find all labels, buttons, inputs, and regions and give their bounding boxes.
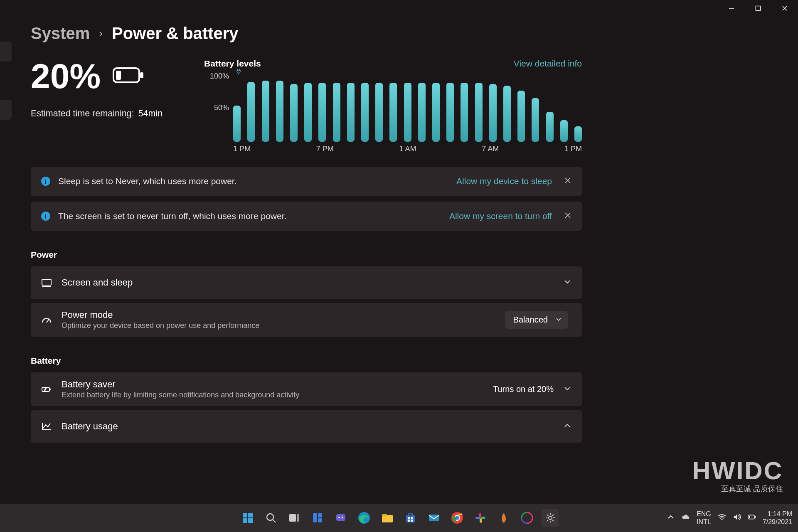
settings-app[interactable] — [542, 509, 559, 527]
taskview-button[interactable] — [286, 509, 303, 527]
svg-point-34 — [342, 517, 343, 518]
widgets-button[interactable] — [309, 509, 326, 527]
svg-rect-17 — [42, 279, 51, 285]
info-icon — [41, 211, 51, 221]
svg-rect-57 — [749, 516, 750, 518]
chart-x-axis: 1 PM7 PM1 AM7 AM1 PM — [233, 145, 582, 153]
svg-rect-51 — [475, 517, 480, 519]
svg-rect-30 — [318, 513, 322, 517]
start-button[interactable] — [239, 509, 256, 527]
close-button[interactable] — [771, 0, 798, 17]
sleep-info-banner: Sleep is set to Never, which uses more p… — [31, 167, 582, 196]
chrome-app[interactable] — [448, 509, 466, 527]
svg-rect-9 — [45, 179, 46, 180]
chart-bar — [461, 83, 468, 142]
row-title: Battery usage — [62, 421, 563, 432]
row-title: Battery saver — [62, 379, 493, 390]
chart-tick: 1 PM — [233, 145, 251, 153]
maximize-button[interactable] — [745, 0, 771, 17]
svg-rect-14 — [45, 214, 46, 214]
power-mode-dropdown[interactable]: Balanced — [505, 311, 568, 329]
svg-point-54 — [721, 519, 722, 520]
chevron-down-icon — [555, 316, 562, 324]
file-explorer-app[interactable] — [379, 509, 396, 527]
chart-bar — [290, 84, 298, 142]
svg-rect-20 — [50, 389, 51, 390]
screen-and-sleep-row[interactable]: Screen and sleep — [31, 266, 582, 299]
svg-rect-21 — [243, 513, 247, 517]
mail-app[interactable] — [425, 509, 443, 527]
edge-app[interactable] — [355, 509, 373, 527]
slack-app[interactable] — [472, 509, 489, 527]
chart-bar — [574, 126, 582, 142]
svg-point-25 — [267, 514, 273, 520]
chevron-down-icon — [563, 384, 572, 395]
watermark: HWIDC 至真至诚 品质保住 — [692, 460, 783, 494]
svg-rect-42 — [408, 520, 410, 522]
chart-bar — [503, 86, 511, 142]
svg-rect-5 — [140, 72, 143, 78]
chart-bar — [318, 83, 326, 142]
close-icon[interactable] — [564, 211, 572, 222]
clock[interactable]: 1:14 PM 7/29/2021 — [763, 510, 792, 526]
svg-rect-8 — [45, 180, 46, 184]
battery-time-label: Estimated time remaining: — [31, 108, 134, 119]
info-icon — [41, 176, 51, 186]
chevron-down-icon — [563, 277, 572, 288]
svg-point-33 — [338, 517, 340, 518]
svg-rect-43 — [411, 520, 413, 522]
battery-levels-chart: 100% 50% 1 PM7 PM1 AM7 AM1 PM — [204, 73, 582, 156]
onedrive-icon[interactable] — [682, 513, 690, 523]
allow-screen-off-link[interactable]: Allow my screen to turn off — [449, 211, 552, 221]
svg-rect-27 — [289, 514, 296, 522]
row-title: Screen and sleep — [62, 277, 563, 288]
svg-rect-44 — [429, 515, 439, 521]
nav-sliver — [0, 100, 12, 120]
store-app[interactable] — [402, 509, 419, 527]
svg-rect-32 — [336, 514, 345, 521]
battery-tray-icon[interactable] — [748, 513, 756, 523]
chart-bar — [389, 83, 397, 142]
row-subtitle: Extend battery life by limiting some not… — [62, 391, 493, 399]
chart-tick: 1 PM — [564, 145, 582, 153]
row-title: Power mode — [62, 310, 505, 320]
svg-rect-41 — [411, 517, 413, 519]
chart-bar — [489, 84, 497, 142]
svg-rect-28 — [297, 514, 299, 522]
chart-bar — [375, 83, 383, 142]
chat-button[interactable] — [332, 509, 350, 527]
battery-icon — [112, 66, 145, 86]
chart-bar — [546, 112, 554, 142]
svg-line-26 — [273, 520, 276, 522]
banner-text: Sleep is set to Never, which uses more p… — [58, 176, 456, 186]
svg-rect-40 — [408, 517, 410, 519]
banner-text: The screen is set to never turn off, whi… — [58, 211, 449, 221]
minimize-button[interactable] — [718, 0, 745, 17]
app-icon[interactable] — [518, 509, 536, 527]
breadcrumb-parent[interactable]: System — [31, 24, 90, 43]
page-title: Power & battery — [112, 24, 239, 43]
chart-bar — [304, 83, 312, 142]
section-battery-title: Battery — [31, 356, 582, 366]
tray-chevron-up-icon[interactable] — [667, 513, 675, 523]
app-icon[interactable] — [495, 509, 512, 527]
svg-rect-1 — [756, 6, 761, 11]
search-button[interactable] — [262, 509, 280, 527]
view-detailed-info-link[interactable]: View detailed info — [514, 59, 582, 69]
leaf-battery-icon — [41, 384, 52, 395]
svg-rect-49 — [481, 517, 485, 519]
input-indicator[interactable]: ENG INTL — [697, 510, 711, 526]
volume-icon[interactable] — [733, 513, 741, 523]
chart-bar — [361, 83, 369, 142]
battery-usage-row[interactable]: Battery usage — [31, 410, 582, 443]
wifi-icon[interactable] — [718, 513, 726, 523]
svg-rect-13 — [45, 215, 46, 219]
battery-saver-row[interactable]: Battery saver Extend battery life by lim… — [31, 372, 582, 406]
allow-sleep-link[interactable]: Allow my device to sleep — [456, 176, 552, 186]
chart-tick: 7 AM — [482, 145, 499, 153]
svg-rect-56 — [755, 516, 756, 518]
svg-rect-48 — [479, 513, 481, 517]
battery-time-value: 54min — [138, 108, 163, 119]
nav-sliver — [0, 42, 12, 62]
close-icon[interactable] — [564, 176, 572, 187]
